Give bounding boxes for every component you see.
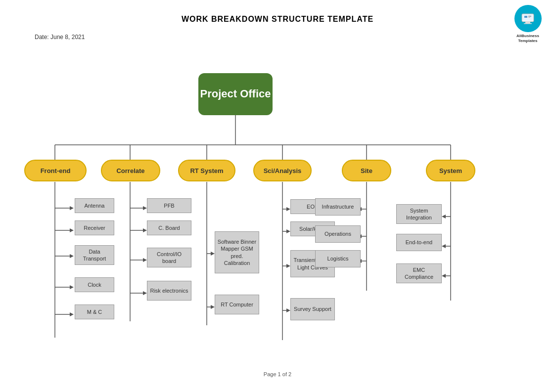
level1-system: System: [426, 160, 475, 181]
node-software: Software Binner Mapper GSM pred. Calibra…: [215, 231, 259, 273]
svg-rect-1: [525, 22, 530, 23]
svg-marker-47: [286, 264, 290, 268]
page-footer: Page 1 of 2: [0, 371, 555, 377]
svg-rect-5: [528, 16, 531, 17]
level1-correlate: Correlate: [101, 160, 160, 181]
svg-marker-22: [70, 228, 74, 232]
svg-marker-61: [442, 244, 446, 248]
node-rtcomputer: RT Computer: [215, 295, 259, 314]
svg-marker-32: [143, 228, 147, 232]
svg-rect-3: [522, 14, 533, 21]
node-receiver: Receiver: [75, 220, 114, 235]
node-clock: Clock: [75, 277, 114, 292]
node-surveysupport: Survey Support: [290, 298, 335, 320]
svg-marker-23: [70, 254, 74, 258]
level1-correlate-label: Correlate: [116, 167, 144, 174]
svg-rect-4: [524, 16, 527, 18]
node-controlio: Control/IO board: [147, 248, 191, 267]
level1-site-label: Site: [361, 167, 372, 174]
svg-marker-34: [143, 291, 147, 295]
svg-marker-38: [211, 252, 215, 256]
node-mc: M & C: [75, 305, 114, 319]
level1-scianalysis: Sci/Analysis: [253, 160, 312, 181]
node-systemintegration: System Integration: [396, 204, 442, 224]
svg-marker-62: [442, 274, 446, 278]
svg-marker-39: [211, 305, 215, 309]
svg-marker-24: [70, 285, 74, 289]
svg-marker-33: [143, 258, 147, 262]
level1-system-label: System: [439, 167, 462, 174]
svg-marker-31: [143, 206, 147, 210]
root-label: Project Office: [200, 87, 271, 100]
svg-marker-60: [442, 215, 446, 218]
svg-marker-48: [286, 308, 290, 312]
node-cboard: C. Board: [147, 220, 191, 235]
svg-marker-45: [286, 207, 290, 211]
level1-scianalysis-label: Sci/Analysis: [264, 167, 302, 174]
level1-rtsystem: RT System: [178, 160, 235, 181]
wbs-diagram: Project Office Front-end Correlate RT Sy…: [5, 24, 550, 380]
svg-rect-6: [528, 17, 530, 18]
root-node: Project Office: [198, 73, 273, 115]
node-emccompliance: EMC Compliance: [396, 263, 442, 283]
node-infrastructure: Infrastructure: [315, 198, 361, 216]
svg-marker-21: [70, 206, 74, 210]
node-logistics: Logistics: [315, 250, 361, 267]
level1-site: Site: [342, 160, 391, 181]
level1-frontend: Front-end: [24, 160, 87, 181]
node-pfb: PFB: [147, 198, 191, 213]
svg-marker-46: [286, 229, 290, 233]
page-title: WORK BREAKDOWN STRUCTURE TEMPLATE: [0, 15, 555, 24]
svg-marker-25: [70, 312, 74, 316]
node-endtoend: End-to-end: [396, 234, 442, 251]
node-riskelectronics: Risk electronics: [147, 281, 191, 301]
level1-rtsystem-label: RT System: [190, 167, 223, 174]
node-antenna: Antenna: [75, 198, 114, 213]
node-datatransport: Data Transport: [75, 245, 114, 265]
level1-frontend-label: Front-end: [41, 167, 71, 174]
node-operations: Operations: [315, 225, 361, 243]
